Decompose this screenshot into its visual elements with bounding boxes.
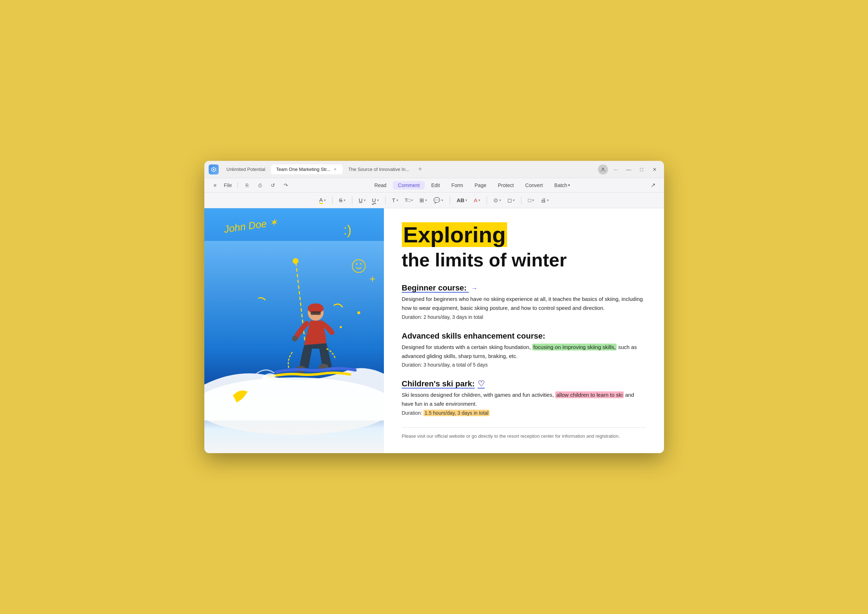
font-button[interactable]: AB ▾ bbox=[454, 196, 470, 205]
stamp-icon: ⊞ bbox=[420, 197, 424, 203]
font-dropdown-icon: ▾ bbox=[465, 198, 467, 202]
menu-form[interactable]: Form bbox=[446, 181, 468, 189]
text-button[interactable]: T ▾ bbox=[389, 196, 401, 205]
beginner-body: Designed for beginners who have no skiin… bbox=[402, 295, 646, 313]
toolbar-sep-2 bbox=[352, 196, 352, 204]
maximize-button[interactable]: □ bbox=[637, 164, 647, 175]
toolbar-sep-4 bbox=[450, 196, 450, 204]
print-dropdown-icon: ▾ bbox=[547, 198, 549, 202]
skier-illustration: + bbox=[205, 208, 384, 453]
close-button[interactable]: ✕ bbox=[649, 164, 660, 175]
toolbar-sep-1 bbox=[332, 196, 333, 204]
redo-icon[interactable]: ↷ bbox=[281, 180, 291, 190]
underline-icon: U bbox=[359, 197, 363, 203]
advanced-heading: Advanced skills enhancement course: bbox=[402, 332, 646, 341]
tab-close-icon[interactable]: ✕ bbox=[333, 167, 338, 172]
window-shadow: Unlimited Potential Team One Marketing S… bbox=[205, 161, 664, 453]
copy-icon[interactable]: ⎘ bbox=[242, 180, 252, 190]
section-beginner: Beginner course: → Designed for beginner… bbox=[402, 283, 646, 320]
children-body: Ski lessons designed for children, with … bbox=[402, 391, 646, 409]
menu-separator bbox=[237, 182, 238, 189]
eraser-icon: ◻ bbox=[507, 197, 512, 203]
app-icon bbox=[209, 164, 219, 175]
section-advanced: Advanced skills enhancement course: Desi… bbox=[402, 332, 646, 368]
tab-label: The Source of Innovative In... bbox=[348, 167, 409, 172]
window-controls: ··· — □ ✕ bbox=[598, 164, 660, 175]
toolbar-sep-6 bbox=[521, 196, 521, 204]
main-content: John Doe ✶ Happy Skiing :) ✦ ☞ bbox=[205, 208, 664, 453]
svg-point-5 bbox=[293, 258, 298, 264]
toolbar-group-draw: ⊙ ▾ ◻ ▾ bbox=[491, 196, 518, 205]
children-duration-highlight: 1.5 hours/day, 3 days in total bbox=[423, 410, 490, 416]
text-t-icon: T bbox=[392, 197, 395, 203]
title-bar: Unlimited Potential Team One Marketing S… bbox=[205, 161, 664, 178]
shape-dropdown-icon: ▾ bbox=[532, 198, 534, 202]
toolbar-sep-3 bbox=[385, 196, 386, 204]
tabs-container: Unlimited Potential Team One Marketing S… bbox=[222, 164, 595, 175]
beginner-arrow-icon: → bbox=[471, 285, 477, 292]
menu-bar: ≡ File ⎘ ⎙ ↺ ↷ Read Comment Edit Form Pa… bbox=[205, 178, 664, 192]
stamp-button[interactable]: ⊞ ▾ bbox=[417, 196, 430, 205]
tab-label: Unlimited Potential bbox=[226, 167, 265, 172]
text-dropdown-icon: ▾ bbox=[397, 198, 398, 202]
comment-dropdown-icon: ▾ bbox=[441, 198, 443, 202]
more-options-button[interactable]: ··· bbox=[611, 164, 621, 175]
children-highlight: allow children to learn to ski bbox=[555, 391, 623, 398]
tab-team-marketing[interactable]: Team One Marketing Str... ✕ bbox=[271, 164, 343, 174]
menu-edit[interactable]: Edit bbox=[426, 181, 445, 189]
beginner-heading: Beginner course: → bbox=[402, 283, 646, 293]
menu-batch[interactable]: Batch ▾ bbox=[549, 181, 575, 189]
draw-icon: ⊙ bbox=[493, 197, 498, 203]
underline-wave-icon: U bbox=[372, 197, 376, 203]
print-button[interactable]: 🖨 ▾ bbox=[538, 196, 552, 205]
svg-point-17 bbox=[340, 326, 342, 328]
shape-button[interactable]: □ ▾ bbox=[525, 196, 537, 205]
document-title-area: Exploring the limits of winter bbox=[402, 223, 646, 270]
minimize-button[interactable]: — bbox=[624, 164, 634, 175]
underline-button[interactable]: U ▾ bbox=[356, 196, 369, 205]
menu-items: Read Comment Edit Form Page Protect Conv… bbox=[298, 181, 647, 189]
svg-text:+: + bbox=[369, 273, 375, 284]
pdf-text-panel: Exploring the limits of winter Beginner … bbox=[384, 208, 664, 453]
tab-label: Team One Marketing Str... bbox=[276, 167, 330, 172]
children-duration: Duration: 1.5 hours/day, 3 days in total bbox=[402, 410, 646, 416]
underline-wave-button[interactable]: U ▾ bbox=[369, 196, 382, 205]
print-icon[interactable]: ⎙ bbox=[255, 180, 265, 190]
underline-wave-dropdown-icon: ▾ bbox=[377, 198, 379, 202]
font-ab-icon: AB bbox=[456, 197, 464, 203]
tab-source-innovative[interactable]: The Source of Innovative In... bbox=[343, 164, 414, 174]
section-children: Children's ski park: ♡ Ski lessons desig… bbox=[402, 379, 646, 416]
draw-button[interactable]: ⊙ ▾ bbox=[491, 196, 504, 205]
menu-comment[interactable]: Comment bbox=[393, 181, 425, 189]
eraser-button[interactable]: ◻ ▾ bbox=[505, 196, 518, 205]
document-footer: Please visit our official website or go … bbox=[402, 427, 646, 439]
external-link-icon[interactable]: ↗ bbox=[648, 180, 658, 190]
text-color-dropdown-icon: ▾ bbox=[478, 198, 480, 202]
add-tab-button[interactable]: + bbox=[415, 164, 425, 175]
strikethrough-button[interactable]: S ▾ bbox=[336, 196, 348, 205]
heart-icon: ♡ bbox=[477, 379, 485, 389]
text-box-button[interactable]: T□ ▾ bbox=[402, 196, 416, 204]
menu-convert[interactable]: Convert bbox=[520, 181, 548, 189]
menu-read[interactable]: Read bbox=[369, 181, 391, 189]
text-box-icon: T□ bbox=[405, 197, 411, 203]
user-avatar[interactable] bbox=[598, 164, 608, 175]
comment-button[interactable]: 💬 ▾ bbox=[431, 196, 446, 205]
draw-dropdown-icon: ▾ bbox=[499, 198, 501, 202]
menu-protect[interactable]: Protect bbox=[493, 181, 519, 189]
children-heading-text: Children's ski park: bbox=[402, 379, 475, 389]
undo-icon[interactable]: ↺ bbox=[268, 180, 278, 190]
text-color-button[interactable]: A ▾ bbox=[471, 196, 483, 205]
highlight-color-button[interactable]: A ▾ bbox=[316, 195, 329, 205]
browser-window: Unlimited Potential Team One Marketing S… bbox=[205, 161, 664, 453]
eraser-dropdown-icon: ▾ bbox=[513, 198, 515, 202]
toolbar-group-underline: U ▾ U ▾ bbox=[356, 196, 382, 205]
ski-scene: John Doe ✶ Happy Skiing :) ✦ ☞ bbox=[205, 208, 384, 453]
file-menu-item[interactable]: File bbox=[223, 180, 233, 190]
highlight-a-icon: A bbox=[319, 197, 323, 204]
tab-unlimited-potential[interactable]: Unlimited Potential bbox=[222, 164, 270, 174]
svg-point-16 bbox=[357, 311, 360, 314]
hamburger-icon[interactable]: ≡ bbox=[210, 180, 220, 190]
advanced-highlight: focusing on improving skiing skills, bbox=[532, 344, 617, 350]
menu-page[interactable]: Page bbox=[470, 181, 491, 189]
